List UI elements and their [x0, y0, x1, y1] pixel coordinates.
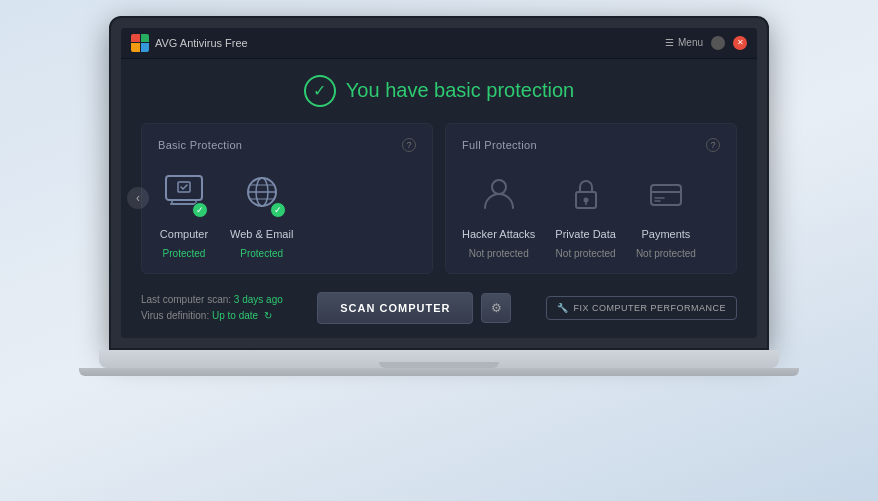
full-protection-title: Full Protection [462, 139, 537, 151]
main-content: ‹ ✓ You have basic protection Basic Prot… [121, 59, 757, 338]
web-email-icon-wrap: ✓ [236, 168, 288, 220]
laptop-base [99, 350, 779, 368]
refresh-icon[interactable]: ↻ [264, 310, 272, 321]
svg-point-9 [492, 180, 506, 194]
basic-protection-card: Basic Protection ? [141, 123, 433, 274]
menu-button[interactable]: ☰ Menu [665, 37, 703, 48]
fix-label: FIX COMPUTER PERFORMANCE [573, 303, 726, 313]
web-protected-badge: ✓ [270, 202, 286, 218]
titlebar: AVG Antivirus Free ☰ Menu — ✕ [121, 28, 757, 59]
gear-icon: ⚙ [491, 301, 502, 315]
private-data-status: Not protected [556, 248, 616, 259]
app-title: AVG Antivirus Free [155, 37, 248, 49]
scan-label: Last computer scan: [141, 294, 231, 305]
web-email-status: Protected [240, 248, 283, 259]
basic-items: ✓ Computer Protected [158, 168, 416, 259]
computer-icon-wrap: ✓ [158, 168, 210, 220]
menu-label: Menu [678, 37, 703, 48]
fix-performance-button[interactable]: 🔧 FIX COMPUTER PERFORMANCE [546, 296, 737, 320]
virus-label: Virus definition: [141, 310, 209, 321]
scan-info: Last computer scan: 3 days ago [141, 292, 283, 308]
svg-point-11 [583, 197, 588, 202]
status-header: ✓ You have basic protection [141, 75, 737, 107]
wrench-icon: 🔧 [557, 303, 569, 313]
hacker-attacks-label: Hacker Attacks [462, 228, 535, 240]
hacker-attacks-status: Not protected [469, 248, 529, 259]
nav-back-button[interactable]: ‹ [127, 187, 149, 209]
full-help-icon[interactable]: ? [706, 138, 720, 152]
private-data-item: Private Data Not protected [555, 168, 616, 259]
payments-item: Payments Not protected [636, 168, 696, 259]
lock-svg-icon [566, 174, 606, 214]
virus-value: Up to date [212, 310, 258, 321]
private-data-label: Private Data [555, 228, 616, 240]
scan-value: 3 days ago [234, 294, 283, 305]
titlebar-controls: ☰ Menu — ✕ [665, 36, 747, 50]
full-items: Hacker Attacks Not protected [462, 168, 720, 259]
screen-content: AVG Antivirus Free ☰ Menu — ✕ ‹ ✓ You [121, 28, 757, 338]
hacker-attacks-item: Hacker Attacks Not protected [462, 168, 535, 259]
footer: Last computer scan: 3 days ago Virus def… [141, 288, 737, 324]
full-protection-card: Full Protection ? [445, 123, 737, 274]
payments-status: Not protected [636, 248, 696, 259]
laptop-bottom-bar [79, 368, 799, 376]
card-svg-icon [646, 174, 686, 214]
private-data-icon-wrap [560, 168, 612, 220]
status-message: You have basic protection [346, 79, 574, 102]
web-email-item: ✓ Web & Email Protected [230, 168, 293, 259]
basic-card-header: Basic Protection ? [158, 138, 416, 152]
basic-protection-title: Basic Protection [158, 139, 242, 151]
laptop-wrapper: AVG Antivirus Free ☰ Menu — ✕ ‹ ✓ You [79, 16, 799, 486]
footer-info: Last computer scan: 3 days ago Virus def… [141, 292, 283, 324]
hamburger-icon: ☰ [665, 37, 674, 48]
avg-logo: AVG Antivirus Free [131, 34, 248, 52]
payments-icon-wrap [640, 168, 692, 220]
footer-actions: SCAN COMPUTER ⚙ [317, 292, 511, 324]
status-check-icon: ✓ [304, 75, 336, 107]
settings-button[interactable]: ⚙ [481, 293, 511, 323]
computer-item: ✓ Computer Protected [158, 168, 210, 259]
avg-logo-icon [131, 34, 149, 52]
laptop-screen: AVG Antivirus Free ☰ Menu — ✕ ‹ ✓ You [109, 16, 769, 350]
minimize-button[interactable]: — [711, 36, 725, 50]
payments-label: Payments [641, 228, 690, 240]
basic-help-icon[interactable]: ? [402, 138, 416, 152]
full-card-header: Full Protection ? [462, 138, 720, 152]
computer-status: Protected [163, 248, 206, 259]
hacker-svg-icon [479, 174, 519, 214]
computer-protected-badge: ✓ [192, 202, 208, 218]
svg-rect-13 [651, 185, 681, 205]
hacker-icon-wrap [473, 168, 525, 220]
close-button[interactable]: ✕ [733, 36, 747, 50]
virus-info: Virus definition: Up to date ↻ [141, 308, 283, 324]
scan-computer-button[interactable]: SCAN COMPUTER [317, 292, 473, 324]
computer-label: Computer [160, 228, 208, 240]
protection-grid: Basic Protection ? [141, 123, 737, 274]
web-email-label: Web & Email [230, 228, 293, 240]
